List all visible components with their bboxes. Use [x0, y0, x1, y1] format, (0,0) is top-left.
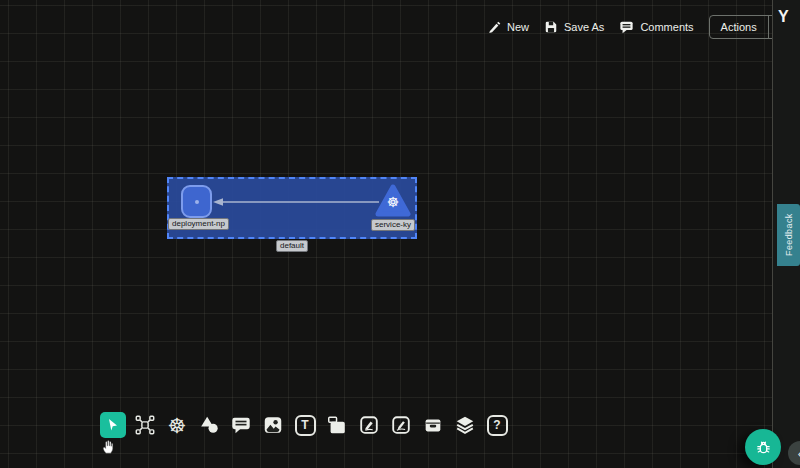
save-as-button[interactable]: Save As [544, 20, 604, 34]
bug-icon [754, 438, 773, 457]
text-icon: T [295, 415, 316, 436]
node-deployment[interactable] [181, 185, 212, 218]
image-icon [262, 414, 284, 436]
hand-cursor-icon [100, 437, 118, 455]
new-label: New [507, 21, 529, 33]
actions-label: Actions [710, 16, 768, 38]
pencil-tool[interactable] [388, 412, 414, 438]
question-icon: ? [487, 415, 508, 436]
top-toolbar: New Save As Comments Actions ▾ Share [487, 15, 800, 39]
comments-button[interactable]: Comments [619, 20, 693, 34]
connector-arrow[interactable] [212, 196, 382, 208]
group-label-default: default [276, 240, 308, 252]
node-label-deployment: deployment-np [168, 218, 229, 230]
pencil-icon [390, 414, 412, 436]
feedback-label: Feedback [784, 214, 794, 257]
kubernetes-wheel-icon: ☸ [375, 191, 411, 213]
save-icon [544, 20, 558, 34]
node-label-service: service-ky [371, 219, 415, 231]
pen-icon [358, 414, 380, 436]
archive-tool[interactable] [420, 412, 446, 438]
note-icon [326, 414, 348, 436]
bug-report-button[interactable] [745, 429, 781, 465]
node-graph-tool[interactable] [132, 412, 158, 438]
kubernetes-tool[interactable]: ☸ [164, 412, 190, 438]
layers-icon [454, 414, 476, 436]
kubernetes-wheel-icon: ☸ [168, 415, 187, 436]
comment-icon [230, 414, 252, 436]
pen-tool[interactable] [356, 412, 382, 438]
pencil-icon [487, 20, 501, 34]
archive-icon [422, 414, 444, 436]
help-tool[interactable]: ? [484, 412, 510, 438]
note-tool[interactable] [324, 412, 350, 438]
shapes-tool[interactable] [196, 412, 222, 438]
cursor-arrow-icon [105, 417, 121, 433]
shapes-icon [198, 414, 220, 436]
comments-label: Comments [640, 21, 693, 33]
save-as-label: Save As [564, 21, 604, 33]
node-graph-icon [134, 414, 156, 436]
connection-port [195, 200, 199, 204]
new-button[interactable]: New [487, 20, 529, 34]
layers-tool[interactable] [452, 412, 478, 438]
select-tool[interactable] [100, 412, 126, 438]
text-tool[interactable]: T [292, 412, 318, 438]
feedback-tab[interactable]: Feedback [777, 204, 800, 266]
comment-bubble-icon [619, 20, 634, 34]
tool-palette: ☸ T [100, 412, 510, 438]
comment-tool[interactable] [228, 412, 254, 438]
app-logo: Y [778, 8, 789, 26]
image-tool[interactable] [260, 412, 286, 438]
node-service[interactable]: ☸ [375, 183, 411, 219]
